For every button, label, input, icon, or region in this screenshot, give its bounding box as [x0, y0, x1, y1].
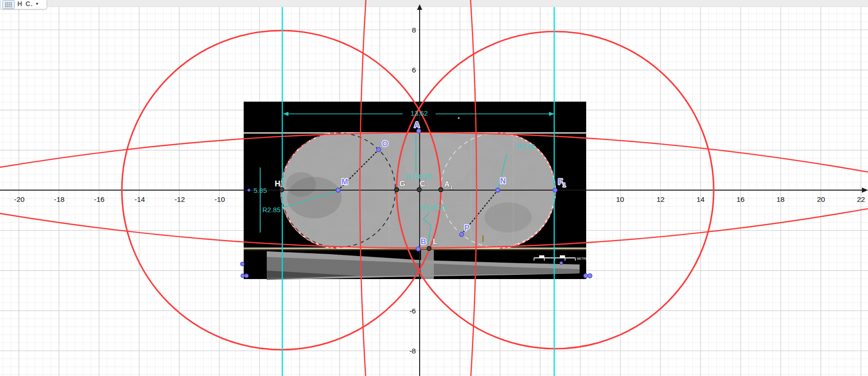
- point-label-G: G: [399, 179, 406, 188]
- point-handle[interactable]: [588, 274, 592, 278]
- point-label-N: N: [500, 176, 506, 185]
- point-label-M: M: [342, 177, 348, 186]
- x-axis-label: 10: [616, 195, 624, 203]
- point-B[interactable]: [416, 247, 421, 251]
- point-O[interactable]: [377, 148, 381, 152]
- point-label-O: O: [382, 139, 388, 148]
- x-axis-label: 16: [736, 195, 744, 203]
- scale-bar-label: METRE: [577, 257, 588, 260]
- x-axis-arrow: [862, 188, 868, 193]
- x-axis-label: -10: [215, 195, 225, 203]
- measurement-label: R2.86: [517, 143, 535, 150]
- grid-toggle-button[interactable]: [2, 0, 15, 9]
- measurement-label: 5.85: [254, 187, 267, 194]
- y-axis-label: -8: [409, 347, 416, 355]
- measurement-label: R2.85: [263, 206, 281, 214]
- stylebar-icon-3[interactable]: C.: [25, 0, 33, 8]
- point-handle[interactable]: [248, 189, 250, 192]
- measurement-label: 13.62: [411, 110, 428, 117]
- x-axis-label: 12: [656, 195, 664, 203]
- point-H[interactable]: [280, 188, 284, 192]
- point-L[interactable]: [427, 247, 431, 251]
- point-label-H: H: [275, 179, 280, 188]
- chevron-down-icon[interactable]: ▾: [36, 0, 38, 8]
- x-axis-label: -18: [54, 195, 64, 203]
- graphics-style-bar[interactable]: H C. ▾: [0, 0, 47, 9]
- x-axis-label: 20: [817, 195, 825, 203]
- x-axis-label: 14: [696, 195, 705, 203]
- stylebar-icon-2[interactable]: H: [17, 0, 23, 8]
- point-handle[interactable]: [584, 274, 588, 278]
- point-G[interactable]: [395, 188, 399, 192]
- x-axis-label: -16: [94, 195, 104, 203]
- point-N[interactable]: [496, 188, 500, 192]
- point-handle[interactable]: [240, 262, 244, 266]
- grid-icon: [5, 2, 12, 8]
- point-label-L: L: [433, 237, 438, 246]
- xray-photo-image[interactable]: METRE: [244, 102, 588, 287]
- point-P[interactable]: [460, 232, 464, 237]
- x-axis-label: 22: [857, 195, 865, 203]
- x-axis-label: -14: [135, 195, 145, 203]
- y-axis-label: 8: [412, 26, 416, 34]
- graphics-view[interactable]: METRE 13.62R120.05R120.01R2.85R2.865.85 …: [0, 0, 868, 376]
- y-axis-label: 6: [412, 66, 416, 74]
- point-handle[interactable]: [245, 274, 248, 278]
- point-label-P: P: [464, 224, 470, 232]
- point-M[interactable]: [336, 188, 341, 192]
- point-label-B: B: [421, 237, 426, 246]
- point-label-A: A: [414, 120, 420, 129]
- x-axis-label: -12: [175, 195, 185, 203]
- point-A[interactable]: [417, 129, 421, 133]
- x-axis-label: -20: [14, 195, 25, 203]
- point-F1[interactable]: [553, 188, 557, 192]
- point-A1[interactable]: [439, 188, 443, 192]
- y-axis-arrow: [417, 4, 422, 10]
- y-axis-label: -6: [409, 307, 416, 315]
- point-label-C: C: [420, 179, 425, 188]
- measurement-label: R120.05: [406, 173, 432, 180]
- x-axis-label: 18: [776, 195, 784, 203]
- yellow-tick: [482, 235, 484, 242]
- point-handle[interactable]: [560, 262, 563, 264]
- point-C[interactable]: [417, 188, 422, 192]
- point-handle[interactable]: [241, 274, 245, 278]
- measurement-label: R120.01: [421, 204, 446, 211]
